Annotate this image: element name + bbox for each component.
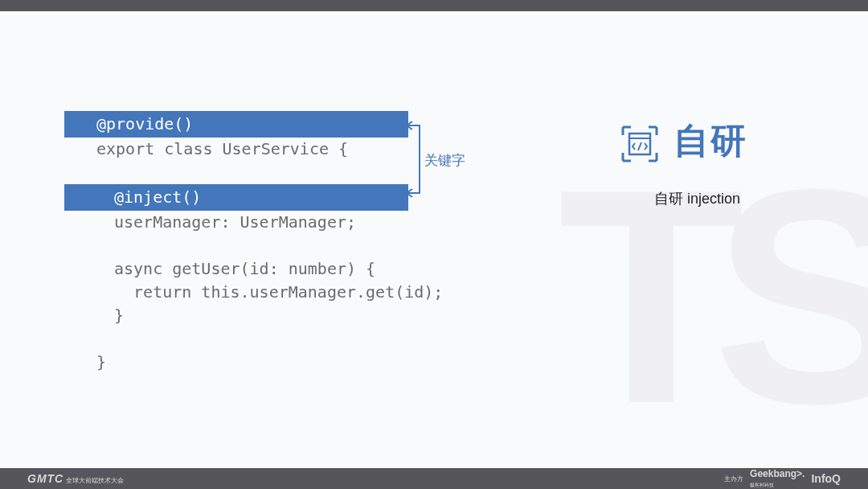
- code-line: userManager: UserManager;: [79, 211, 408, 234]
- code-line: export class UserService {: [79, 138, 408, 161]
- side-title: 自研: [674, 117, 747, 165]
- code-block: @provide() export class UserService { @i…: [79, 111, 408, 374]
- code-line: return this.userManager.get(id);: [79, 281, 408, 304]
- footer-right: 主办方 Geekbang>. 极客邦科技 InfoQ: [724, 468, 841, 489]
- code-line: async getUser(id: number) {: [79, 257, 408, 281]
- geekbang-logo: Geekbang>. 极客邦科技: [750, 468, 805, 489]
- code-highlight-inject: @inject(): [64, 184, 408, 211]
- sponsor-label: 主办方: [724, 475, 743, 483]
- gmtc-subtitle: 全球大前端技术大会: [66, 476, 124, 484]
- code-blank: [79, 327, 408, 351]
- watermark-ts: TS: [558, 121, 868, 472]
- code-window-icon: [620, 125, 659, 163]
- footer-bar: GMTC 全球大前端技术大会 主办方 Geekbang>. 极客邦科技 Info…: [0, 468, 868, 489]
- code-highlight-provide: @provide(): [64, 111, 408, 138]
- code-blank: [79, 234, 408, 257]
- svg-rect-0: [629, 134, 650, 154]
- code-blank: [79, 161, 408, 184]
- bracket-arrows-icon: [405, 119, 424, 199]
- keyword-label: 关键字: [424, 151, 465, 170]
- code-line: }: [79, 351, 408, 374]
- top-bar: [0, 0, 868, 11]
- white-bar: [0, 11, 868, 15]
- footer-left: GMTC 全球大前端技术大会: [27, 472, 124, 485]
- gmtc-logo: GMTC: [27, 472, 63, 485]
- infoq-logo: InfoQ: [811, 472, 841, 485]
- side-subtitle: 自研 injection: [654, 189, 740, 208]
- code-line: }: [79, 304, 408, 327]
